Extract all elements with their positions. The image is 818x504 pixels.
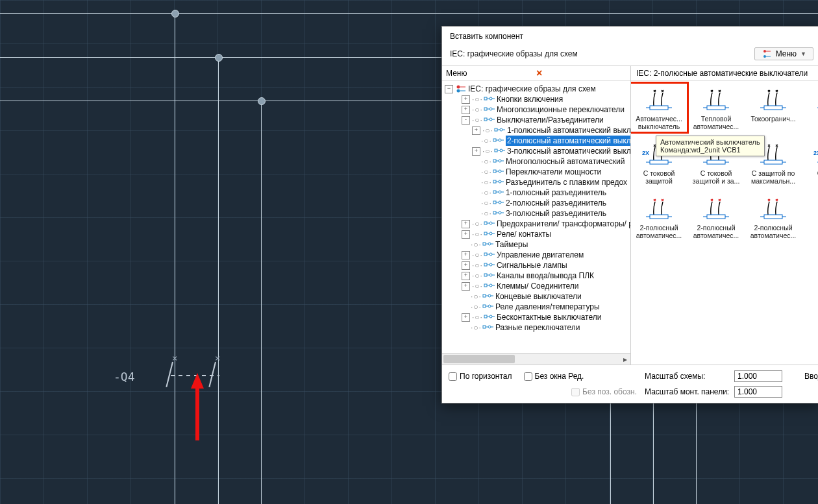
thumbnail-label-1: Тепловой bbox=[689, 115, 743, 123]
tree-item[interactable]: +·○·Каналы ввода/вывода ПЛК bbox=[445, 270, 630, 281]
symbol-thumbnail[interactable]: 2-полюсныйавтоматичес... bbox=[632, 194, 686, 239]
svg-point-9 bbox=[490, 118, 492, 121]
tree-item[interactable]: ·○·Реле давления/температуры bbox=[445, 302, 630, 312]
tree-item-label: 2-полюсный разъединитель bbox=[506, 198, 606, 208]
thumbnail-label-1: Токоогранич... bbox=[747, 115, 800, 123]
tree-connector-icon: ·○· bbox=[472, 250, 483, 260]
expand-toggle[interactable]: + bbox=[462, 230, 470, 239]
menu-button[interactable]: Меню ▼ bbox=[754, 47, 813, 60]
thumbnail-tooltip: Автоматический выключатель Команда:wd_2u… bbox=[656, 136, 765, 156]
tree-connector-icon: ·○· bbox=[472, 94, 483, 104]
svg-point-13 bbox=[499, 139, 501, 141]
tree-item[interactable]: ·○·2-полюсный разъединитель bbox=[445, 198, 630, 208]
expand-toggle[interactable]: − bbox=[445, 85, 453, 93]
tree-connector-icon: ·○· bbox=[472, 229, 483, 239]
expand-toggle[interactable]: + bbox=[462, 251, 470, 259]
tree-item[interactable]: ·○·2-полюсный автоматический выкл bbox=[445, 136, 630, 146]
component-icon bbox=[493, 188, 504, 197]
dialog-subtitle: IEC: графические образы для схем bbox=[450, 49, 754, 58]
tree-item[interactable]: -·○·Выключатели/Разъединители bbox=[445, 115, 630, 125]
expand-toggle[interactable]: + bbox=[462, 282, 470, 291]
tree-root[interactable]: − IEC: графические образы для схем bbox=[445, 84, 630, 94]
svg-rect-38 bbox=[484, 274, 487, 276]
symbol-thumbnail[interactable]: 2-полюсныйавтоматичес... bbox=[689, 194, 743, 239]
symbol-thumbnail[interactable]: 2-полюсныйавтоматичес... bbox=[747, 194, 800, 239]
tree-connector-icon: ·○· bbox=[481, 198, 492, 208]
tree-item[interactable]: ·○·Многополюсный автоматический bbox=[445, 156, 630, 167]
tree-item-label: 2-полюсный автоматический выкл bbox=[506, 136, 630, 146]
expand-toggle[interactable]: + bbox=[472, 147, 480, 156]
svg-rect-50 bbox=[650, 106, 668, 110]
symbol-thumbnail[interactable]: Токоогранич... bbox=[747, 85, 800, 130]
connection-node bbox=[258, 97, 266, 105]
tree-item[interactable]: +·○·Бесконтактные выключатели bbox=[445, 312, 630, 322]
scrollbar-thumb[interactable] bbox=[443, 355, 515, 363]
symbol-thumbnail[interactable]: Термом bbox=[804, 85, 818, 130]
thumbnail-label-1: С токовой bbox=[689, 169, 743, 177]
tree-item-label: Клеммы/ Соединители bbox=[497, 281, 579, 291]
drop-line-6 bbox=[696, 402, 697, 504]
svg-rect-22 bbox=[493, 191, 496, 193]
tree-item[interactable]: +·○·Многопозиционные переключатели bbox=[445, 104, 630, 115]
tree-item[interactable]: +·○·Управление двигателем bbox=[445, 250, 630, 260]
svg-rect-14 bbox=[495, 149, 497, 152]
no-edit-checkbox[interactable]: Без окна Ред. bbox=[524, 372, 584, 381]
thumbnail-label-2: защитой bbox=[632, 177, 686, 185]
tree-item[interactable]: +·○·3-полюсный автоматический выкл bbox=[445, 146, 630, 156]
tree-item-label: Переключатели мощности bbox=[506, 167, 601, 177]
expand-toggle[interactable]: + bbox=[462, 220, 470, 228]
thumbnail-label-2: автоматичес... bbox=[747, 232, 800, 239]
drop-line-3 bbox=[261, 101, 262, 504]
thumbnails-pane: IEC: 2-полюсные автоматические выключате… bbox=[631, 66, 818, 365]
expand-toggle[interactable]: + bbox=[462, 313, 470, 322]
expand-toggle[interactable]: + bbox=[472, 126, 480, 135]
tree-item[interactable]: ·○·1-полюсный разъединитель bbox=[445, 187, 630, 198]
expand-toggle[interactable]: + bbox=[462, 106, 470, 114]
expand-toggle[interactable]: + bbox=[462, 272, 470, 280]
bus-line-1 bbox=[0, 13, 818, 14]
tree-item[interactable]: +·○·Клеммы/ Соединители bbox=[445, 281, 630, 291]
no-edit-label: Без окна Ред. bbox=[535, 372, 584, 381]
tree-connector-icon: ·○· bbox=[472, 270, 483, 281]
component-icon bbox=[482, 323, 494, 332]
expand-toggle bbox=[462, 293, 469, 300]
symbol-thumbnail[interactable]: Автоматичес...выключатель bbox=[632, 85, 686, 130]
tree-horizontal-scrollbar[interactable]: ◂ ▸ bbox=[442, 353, 630, 365]
horizontal-checkbox[interactable]: По горизонтал bbox=[449, 372, 512, 381]
symbol-thumbnail[interactable]: Тепловойавтоматичес... bbox=[689, 85, 743, 130]
component-icon bbox=[484, 230, 495, 239]
component-icon bbox=[484, 282, 495, 291]
svg-rect-12 bbox=[493, 139, 496, 141]
tree-item[interactable]: ·○·Разные переключатели bbox=[445, 322, 630, 333]
expand-toggle[interactable]: + bbox=[462, 261, 470, 270]
thumbnail-label-1: С защитой по bbox=[747, 169, 800, 177]
tree-item[interactable]: ·○·Разъединитель с плавким предох bbox=[445, 177, 630, 187]
expand-toggle[interactable]: + bbox=[462, 95, 470, 104]
symbol-thumbnail[interactable]: 2XС защитмаксим bbox=[804, 139, 818, 185]
schematic-icon bbox=[455, 84, 467, 93]
tree-item[interactable]: +·○·1-полюсный автоматический выкл bbox=[445, 125, 630, 136]
component-icon bbox=[493, 167, 504, 176]
scale-scheme-input[interactable] bbox=[734, 370, 782, 382]
tree-item[interactable]: +·○·Сигнальные лампы bbox=[445, 260, 630, 270]
scale-panel-input[interactable] bbox=[734, 386, 782, 398]
tree-item[interactable]: ·○·Концевые выключатели bbox=[445, 291, 630, 302]
scroll-right-icon[interactable]: ▸ bbox=[619, 354, 630, 365]
thumbnail-label-1: Термом bbox=[804, 115, 818, 123]
input-label: Ввод: bbox=[804, 372, 818, 381]
thumbnail-preview bbox=[752, 194, 794, 222]
tree-item[interactable]: +·○·Кнопки включения bbox=[445, 94, 630, 104]
tree-item-label: 1-полюсный автоматический выкл bbox=[507, 125, 630, 136]
connection-node bbox=[171, 10, 179, 18]
svg-point-45 bbox=[488, 305, 491, 307]
menu-button-label: Меню bbox=[776, 49, 797, 58]
tree-item[interactable]: ·○·Переключатели мощности bbox=[445, 167, 630, 177]
expand-toggle[interactable]: - bbox=[462, 116, 470, 125]
tree-item[interactable]: +·○·Реле/ контакты bbox=[445, 229, 630, 239]
close-tree-icon[interactable]: × bbox=[536, 69, 626, 77]
scale-panel-label: Масштаб монт. панели: bbox=[645, 387, 729, 396]
tree-item[interactable]: ·○·Таймеры bbox=[445, 239, 630, 250]
tree-item[interactable]: +·○·Предохранители/ трансформаторы/ р bbox=[445, 219, 630, 229]
tree-scroll[interactable]: − IEC: графические образы для схем +·○·К… bbox=[442, 81, 630, 353]
tree-item[interactable]: ·○·3-полюсный разъединитель bbox=[445, 208, 630, 219]
